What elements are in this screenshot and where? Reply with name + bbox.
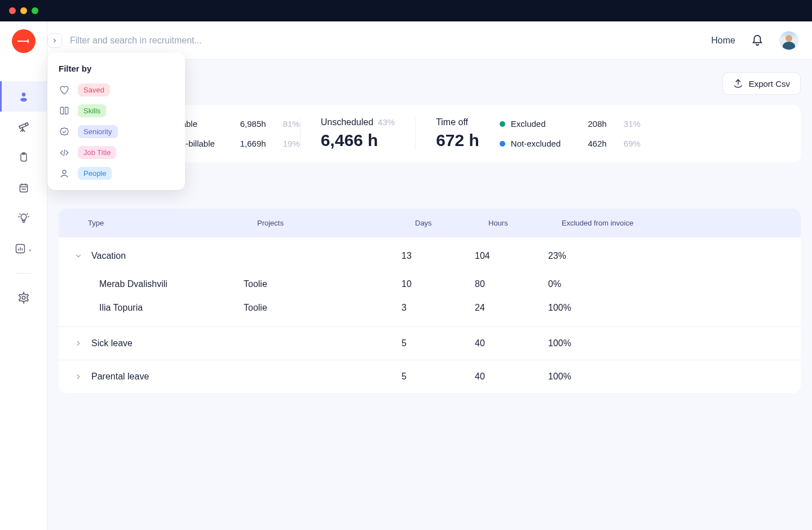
heart-icon <box>59 85 70 95</box>
row-days: 10 <box>401 279 475 289</box>
legend-excluded-label: Excluded <box>511 119 567 129</box>
row-hours: 24 <box>475 303 548 313</box>
nav-clipboard[interactable] <box>0 142 47 173</box>
chip-people: People <box>78 167 112 180</box>
chevron-right-icon[interactable] <box>74 373 83 381</box>
legend-nonbillable-pct: 19% <box>283 139 300 148</box>
th-type[interactable]: Type <box>88 219 257 227</box>
table-row[interactable]: Parental leave 5 40 100% <box>59 360 801 393</box>
filter-popover: Filter by Saved Skills <box>47 52 185 190</box>
export-label: Export Csv <box>749 79 790 89</box>
export-csv-button[interactable]: Export Csv <box>722 72 801 95</box>
filter-item-seniority[interactable]: Seniority <box>59 125 174 138</box>
chevron-down-icon: ⌄ <box>28 246 32 252</box>
table-row[interactable]: Sick leave 5 40 100% <box>59 326 801 360</box>
filter-title: Filter by <box>59 64 174 73</box>
th-days[interactable]: Days <box>415 219 488 227</box>
chip-skills: Skills <box>78 104 106 117</box>
nav-people[interactable] <box>0 81 47 112</box>
window-maximize-icon[interactable] <box>32 7 38 14</box>
metric-timeoff-label: Time off <box>436 117 468 127</box>
table-row[interactable]: Ilia Topuria Toolie 3 24 100% <box>59 296 801 326</box>
code-icon <box>59 148 70 158</box>
row-type: Sick leave <box>91 338 133 348</box>
row-days: 3 <box>401 303 475 313</box>
chip-seniority: Seniority <box>78 125 118 138</box>
row-excluded: 23% <box>548 251 801 261</box>
table-row[interactable]: Vacation 13 104 23% <box>59 237 801 272</box>
metric-unscheduled-pct: 43% <box>378 117 395 127</box>
row-type: Parental leave <box>91 372 149 382</box>
chevron-down-icon[interactable] <box>74 252 83 260</box>
row-type: Merab Dvalishvili <box>99 279 167 289</box>
th-hours[interactable]: Hours <box>488 219 562 227</box>
nav-calendar[interactable] <box>0 173 47 203</box>
legend-billable-pct: 81% <box>283 119 300 129</box>
svg-point-10 <box>63 170 66 174</box>
window-close-icon[interactable] <box>9 7 16 14</box>
row-days: 5 <box>401 338 475 348</box>
legend-notexcluded-pct: 69% <box>624 139 641 148</box>
svg-point-6 <box>23 189 24 189</box>
filter-item-skills[interactable]: Skills <box>59 104 174 117</box>
home-link[interactable]: Home <box>711 36 735 46</box>
svg-point-7 <box>25 189 25 189</box>
row-projects: Toolie <box>244 303 401 313</box>
row-type: Vacation <box>91 251 126 261</box>
svg-point-5 <box>22 189 23 189</box>
legend-notexcluded-value: 462h <box>573 139 607 148</box>
upload-icon <box>733 78 743 89</box>
nav-divider <box>16 273 32 273</box>
legend-excluded-pct: 31% <box>624 119 641 129</box>
legend-billable-value: 6,985h <box>232 119 266 129</box>
row-days: 13 <box>401 251 475 261</box>
row-hours: 40 <box>475 372 548 382</box>
row-excluded: 0% <box>548 279 801 289</box>
legend-notexcluded-label: Not-excluded <box>511 139 567 148</box>
chevron-right-button[interactable] <box>47 33 62 48</box>
dot-icon <box>500 121 505 127</box>
chip-jobtitle: Job Title <box>78 146 116 159</box>
table-row[interactable]: Merab Dvalishvili Toolie 10 80 0% <box>59 272 801 296</box>
row-excluded: 100% <box>548 372 801 382</box>
timeoff-table: Type Projects Days Hours Excluded from i… <box>59 209 801 393</box>
legend-nonbillable-value: 1,669h <box>232 139 266 148</box>
row-projects: Toolie <box>244 279 401 289</box>
legend-excluded-value: 208h <box>573 119 607 129</box>
bell-icon[interactable] <box>751 34 764 47</box>
svg-rect-4 <box>20 184 27 192</box>
nav-reports[interactable]: ⌄ <box>0 233 47 264</box>
row-hours: 104 <box>475 251 548 261</box>
th-excluded[interactable]: Excluded from invoice <box>562 219 801 227</box>
nav-lightbulb[interactable] <box>0 203 47 233</box>
filter-item-saved[interactable]: Saved <box>59 83 174 96</box>
filter-item-people[interactable]: People <box>59 167 174 180</box>
chip-saved: Saved <box>78 83 110 96</box>
svg-point-0 <box>21 92 25 96</box>
filter-item-jobtitle[interactable]: Job Title <box>59 146 174 159</box>
window-minimize-icon[interactable] <box>20 7 27 14</box>
row-days: 5 <box>401 372 475 382</box>
dot-icon <box>500 141 505 147</box>
nav-telescope[interactable] <box>0 112 47 142</box>
row-hours: 40 <box>475 338 548 348</box>
brand-logo[interactable] <box>12 29 36 53</box>
th-projects[interactable]: Projects <box>257 219 415 227</box>
svg-point-1 <box>20 98 27 102</box>
chevron-right-icon[interactable] <box>74 339 83 347</box>
search-input[interactable] <box>70 36 711 46</box>
book-icon <box>59 106 70 116</box>
svg-point-9 <box>22 296 25 299</box>
person-icon <box>59 169 70 179</box>
metric-unscheduled-label: Unscheduled <box>321 117 373 127</box>
row-excluded: 100% <box>548 303 801 313</box>
nav-settings[interactable] <box>0 282 47 313</box>
metric-unscheduled-value: 6,466 h <box>321 131 395 150</box>
row-hours: 80 <box>475 279 548 289</box>
metric-timeoff-value: 672 h <box>436 131 479 150</box>
row-type: Ilia Topuria <box>99 303 143 313</box>
badge-icon <box>59 127 70 137</box>
avatar[interactable] <box>779 31 798 50</box>
titlebar <box>0 0 812 21</box>
sidebar: ⌄ <box>0 21 47 530</box>
